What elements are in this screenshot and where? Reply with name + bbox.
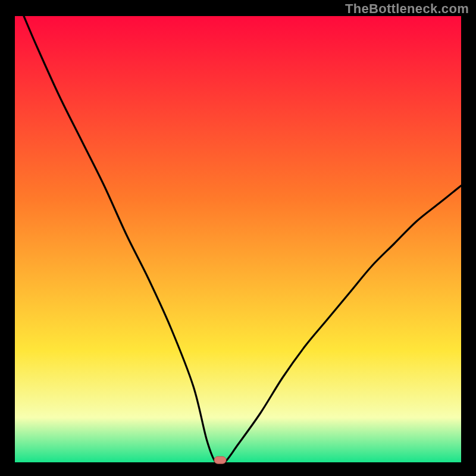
chart-frame: { "watermark": "TheBottleneck.com", "col…: [0, 0, 476, 476]
optimal-marker: [214, 456, 226, 464]
watermark-text: TheBottleneck.com: [345, 1, 469, 17]
bottleneck-chart: [0, 0, 476, 476]
plot-background: [15, 16, 461, 462]
